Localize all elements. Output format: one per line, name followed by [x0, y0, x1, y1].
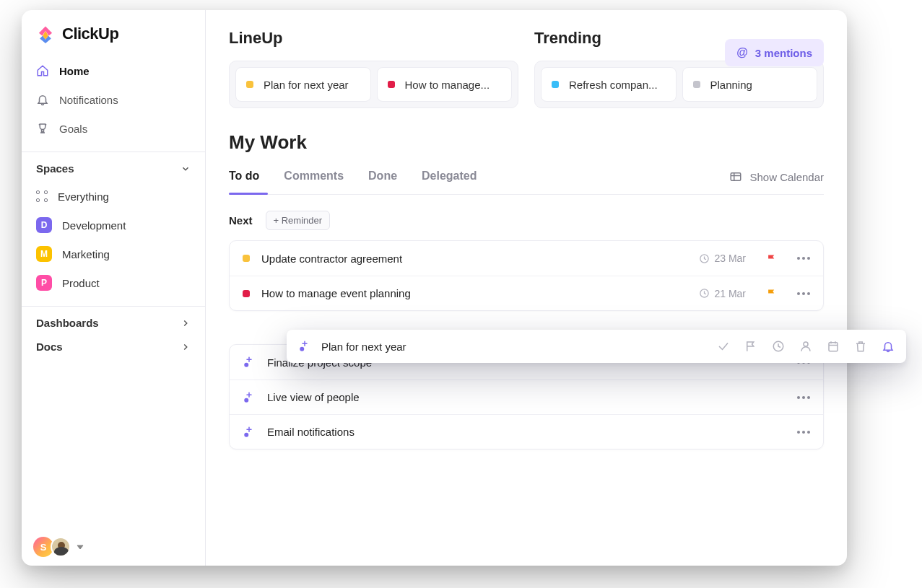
mentions-pill[interactable]: @ 3 mentions [725, 39, 824, 66]
trending-card-1-label: Planning [710, 79, 752, 91]
lineup-card-0[interactable]: Plan for next year [235, 67, 371, 102]
dashboards-section[interactable]: Dashboards [22, 306, 205, 336]
svg-point-7 [244, 398, 248, 402]
svg-marker-0 [77, 545, 83, 549]
add-reminder-button[interactable]: + Reminder [266, 211, 331, 230]
trending-card-1[interactable]: Planning [682, 67, 818, 102]
calendar-icon[interactable] [827, 340, 840, 353]
reminder-icon [298, 340, 311, 353]
tab-todo[interactable]: To do [229, 170, 259, 194]
more-icon[interactable] [797, 257, 810, 260]
task-date: 21 Mar [699, 288, 746, 299]
assignee-icon[interactable] [799, 340, 812, 353]
show-calendar-label: Show Calendar [749, 171, 824, 183]
svg-point-6 [244, 363, 248, 367]
spaces-header[interactable]: Spaces [22, 152, 205, 182]
more-icon[interactable] [797, 396, 810, 399]
task-title: Live view of people [267, 391, 360, 403]
task-date: 23 Mar [699, 253, 746, 264]
space-badge-marketing: M [36, 246, 52, 262]
lineup-card-0-label: Plan for next year [264, 79, 349, 91]
clock-icon [699, 253, 710, 264]
docs-section[interactable]: Docs [22, 336, 205, 360]
space-badge-product: P [36, 275, 52, 291]
trophy-icon [36, 122, 49, 135]
status-dot [243, 255, 250, 262]
task-title: Update contractor agreement [261, 253, 402, 265]
trending-card-0-label: Refresh compan... [569, 79, 658, 91]
workspace-switcher[interactable]: S [22, 528, 205, 566]
bell-icon[interactable] [882, 340, 895, 353]
trash-icon[interactable] [854, 340, 867, 353]
clickup-logo-icon [36, 25, 55, 43]
space-product-label: Product [62, 277, 100, 289]
space-marketing[interactable]: M Marketing [29, 240, 198, 268]
reminder-icon [243, 426, 256, 439]
task-title: Email notifications [267, 426, 355, 438]
task-row[interactable]: How to manage event planning 21 Mar [230, 276, 823, 310]
status-dot [243, 290, 250, 297]
mywork-tabs: To do Comments Done Delegated Show Calen… [229, 170, 824, 195]
svg-point-9 [300, 347, 304, 351]
primary-nav: Home Notifications Goals [22, 56, 205, 152]
check-icon[interactable] [717, 340, 730, 353]
tab-done[interactable]: Done [368, 170, 397, 194]
flag-icon[interactable] [766, 288, 777, 299]
trending-card-0[interactable]: Refresh compan... [541, 67, 677, 102]
panel-icon [729, 170, 742, 183]
more-icon[interactable] [797, 431, 810, 434]
svg-rect-1 [731, 173, 741, 181]
chevron-right-icon [181, 318, 191, 328]
more-icon[interactable] [797, 292, 810, 295]
lineup-card-1-label: How to manage... [405, 79, 490, 91]
lineup-cards: Plan for next year How to manage... [229, 61, 518, 108]
reminder-icon [243, 356, 256, 369]
nav-notifications[interactable]: Notifications [29, 85, 198, 114]
space-everything[interactable]: Everything [29, 182, 198, 211]
everything-icon [36, 190, 48, 202]
popover-title: Plan for next year [321, 341, 406, 353]
reminder-icon [243, 391, 256, 404]
brand-name: ClickUp [62, 25, 118, 43]
status-dot [693, 81, 700, 88]
task-row[interactable]: Update contractor agreement 23 Mar [230, 241, 823, 276]
task-row[interactable]: Live view of people [230, 379, 823, 414]
at-icon: @ [736, 46, 748, 59]
space-marketing-label: Marketing [62, 248, 110, 260]
brand-logo[interactable]: ClickUp [22, 10, 205, 56]
svg-rect-12 [829, 343, 838, 351]
flag-icon[interactable] [766, 253, 777, 264]
clock-icon [699, 288, 710, 299]
nav-goals-label: Goals [59, 123, 87, 135]
home-icon [36, 64, 49, 77]
task-title: How to manage event planning [261, 287, 411, 299]
trending-cards: Refresh compan... Planning [534, 61, 824, 108]
status-dot [388, 81, 395, 88]
mentions-label: 3 mentions [755, 47, 812, 59]
flag-icon[interactable] [744, 340, 757, 353]
spaces-header-label: Spaces [36, 162, 74, 175]
space-development-label: Development [62, 219, 126, 232]
tab-delegated[interactable]: Delegated [422, 170, 477, 194]
space-badge-development: D [36, 217, 52, 233]
lineup-section: LineUp Plan for next year How to manage.… [229, 29, 518, 108]
show-calendar-toggle[interactable]: Show Calendar [729, 170, 824, 193]
nav-goals[interactable]: Goals [29, 114, 198, 143]
nav-home[interactable]: Home [29, 56, 198, 85]
space-development[interactable]: D Development [29, 211, 198, 240]
clock-icon[interactable] [772, 340, 785, 353]
lineup-title: LineUp [229, 29, 518, 48]
chevron-down-icon [181, 164, 191, 174]
nav-notifications-label: Notifications [59, 94, 118, 106]
task-row[interactable]: Email notifications [230, 414, 823, 449]
lineup-card-1[interactable]: How to manage... [377, 67, 513, 102]
space-everything-label: Everything [58, 190, 109, 203]
dashboards-label: Dashboards [36, 317, 99, 329]
main-content: @ 3 mentions LineUp Plan for next year H… [206, 10, 847, 566]
nav-home-label: Home [59, 65, 90, 77]
avatar-member [51, 537, 71, 557]
space-product[interactable]: P Product [29, 268, 198, 297]
tab-comments[interactable]: Comments [284, 170, 344, 194]
status-dot [246, 81, 253, 88]
task-quick-actions-popover: Plan for next year [287, 330, 906, 363]
